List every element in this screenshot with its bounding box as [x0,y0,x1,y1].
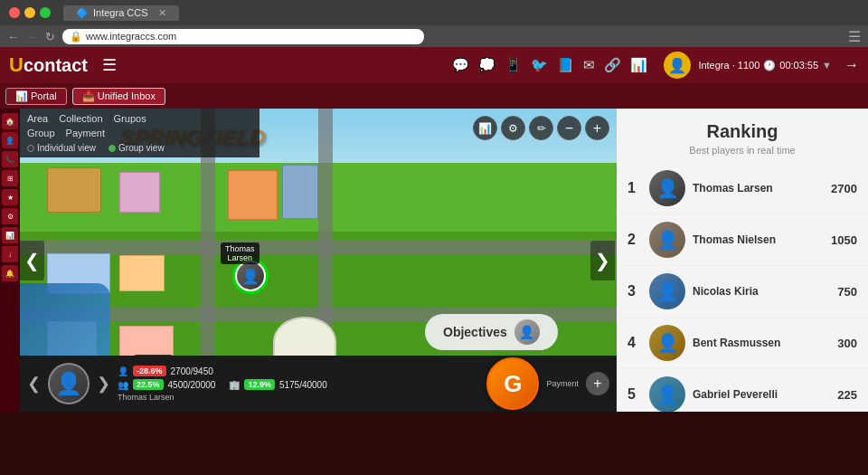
hamburger-btn[interactable]: ☰ [102,55,117,75]
twitter-icon[interactable]: 🐦 [531,57,548,73]
sidebar-home[interactable]: 🏠 [2,113,18,129]
rank-avatar-3: 👤 [649,273,685,309]
sidebar-settings[interactable]: ⚙ [2,208,18,224]
phone-icon[interactable]: 📱 [505,57,522,73]
objectives-btn[interactable]: Objectives 👤 [425,314,558,350]
tab-label: Integra CCS [93,7,148,18]
player-stats: 👤 -28.6% 2700/9450 👥 22.5% 4500/20000 🏢 … [118,366,479,402]
payment-text: Payment [546,379,579,388]
browser-chrome: 🔷 Integra CCS ✕ [0,0,868,25]
dropdown-icon[interactable]: ▼ [822,60,832,71]
rank-number-5: 5 [627,386,642,403]
building-3 [228,170,278,220]
rank-number-1: 1 [627,180,642,196]
map-tr-controls: 📊 ⚙ ✏ − + [473,116,609,140]
address-bar: ← → ↻ 🔒 www.integraccs.com ☰ [0,25,868,47]
map-plus-btn[interactable]: + [585,116,609,140]
building-4 [282,165,318,219]
rank-name-2: Thomas Nielsen [693,233,824,246]
ranking-row-5[interactable]: 5 👤 Gabriel Peverelli 225 [617,369,868,412]
ranking-row-3[interactable]: 3 👤 Nicolas Kiria 750 [617,266,868,318]
rank-score-4: 300 [837,337,857,350]
traffic-lights [9,7,51,18]
ranking-row-1[interactable]: 1 👤 Thomas Larsen 2700 [617,163,868,214]
sidebar-grid[interactable]: ⊞ [2,170,18,186]
maximize-dot[interactable] [40,7,51,18]
building-6 [119,255,165,291]
facebook-icon[interactable]: 📘 [557,57,574,73]
nav-left-arrow[interactable]: ❮ [20,241,44,280]
people-icon: 👥 [118,380,128,390]
ranking-header: Ranking Best players in real time [617,109,868,163]
player-avatar-thomas[interactable]: 👤 [235,261,266,291]
header-nav-icons: 💬 💭 📱 🐦 📘 ✉ 🔗 📊 [452,57,647,73]
payment-btn-ctrl[interactable]: Payment [66,128,105,138]
rank-number-3: 3 [627,283,642,299]
close-dot[interactable] [9,7,20,18]
user-label: Integra · 1100 [698,60,760,71]
url-field[interactable]: 🔒 www.integraccs.com [62,29,424,44]
stat2-value: 4500/20000 [168,380,216,390]
bubble-icon[interactable]: 💭 [478,57,495,73]
email-icon[interactable]: ✉ [583,57,595,73]
sidebar-star[interactable]: ★ [2,189,18,205]
ranking-title: Ranking [626,121,859,142]
rank-avatar-1: 👤 [649,170,685,206]
main-area: 🏠 👤 📞 ⊞ ★ ⚙ 📊 ↓ 🔔 SPRINGFIELD [0,109,868,412]
minimize-dot[interactable] [24,7,35,18]
back-btn[interactable]: ← [7,30,19,43]
nav-right-arrow[interactable]: ❯ [590,241,615,280]
user-avatar: 👤 [664,52,691,79]
browser-tab[interactable]: 🔷 Integra CCS ✕ [63,5,179,21]
payment-circle-btn[interactable]: G [486,357,539,410]
building-8 [119,326,174,356]
logout-icon[interactable]: → [844,57,859,73]
player-label-thomas: ThomasLarsen [221,242,259,264]
group-btn[interactable]: Group [27,128,55,138]
link-icon[interactable]: 🔗 [604,57,621,73]
individual-radio [27,145,34,152]
chart-icon[interactable]: 📊 [630,57,647,73]
sidebar-bell[interactable]: 🔔 [2,265,18,281]
sidebar-phone[interactable]: 📞 [2,151,18,167]
forward-btn[interactable]: → [26,30,38,43]
collection-btn[interactable]: Collection [59,113,102,124]
map-gear-btn[interactable]: ⚙ [501,116,525,140]
grupos-btn[interactable]: Grupos [114,113,146,124]
user-info: Integra · 1100 🕐 00:03:55 ▼ [698,60,832,71]
map-top-controls: Area Collection Grupos Group Payment Ind… [20,109,259,157]
chart-small-icon: 📊 [15,90,28,102]
rank-score-3: 750 [837,285,857,299]
portal-btn[interactable]: 📊 Portal [5,88,67,105]
player-name-bottom: Thomas Larsen [118,393,479,402]
tab-close[interactable]: ✕ [158,7,166,19]
unified-inbox-btn[interactable]: 📥 Unified Inbox [72,88,165,105]
next-player-btn[interactable]: ❯ [97,374,110,394]
sidebar-down[interactable]: ↓ [2,246,18,262]
stat-row-2: 👥 22.5% 4500/20000 🏢 12.9% 5175/40000 [118,379,479,390]
menu-icon[interactable]: ☰ [848,28,861,45]
map-edit-btn[interactable]: ✏ [529,116,553,140]
prev-player-btn[interactable]: ❮ [27,374,41,394]
ranking-row-4[interactable]: 4 👤 Bent Rasmussen 300 [617,318,868,369]
sidebar-chart[interactable]: 📊 [2,227,18,243]
rank-score-2: 1050 [831,233,857,247]
group-radio [108,145,116,152]
rank-avatar-2: 👤 [649,222,685,258]
individual-view-opt[interactable]: Individual view [27,143,96,153]
map-minus-btn[interactable]: − [557,116,581,140]
stat2-badge: 22.5% [133,379,164,390]
sidebar-user[interactable]: 👤 [2,132,18,148]
stat1-value: 2700/9450 [171,366,213,376]
chat-icon[interactable]: 💬 [452,57,469,73]
ranking-row-2[interactable]: 2 👤 Thomas Nielsen 1050 [617,214,868,266]
stat3-badge: 12.9% [244,379,275,390]
stat-row-1: 👤 -28.6% 2700/9450 [118,366,479,376]
area-btn[interactable]: Area [27,113,48,124]
add-item-btn[interactable]: + [586,372,609,395]
rank-score-1: 2700 [831,182,857,195]
control-row-2: Group Payment [27,128,252,138]
group-view-opt[interactable]: Group view [108,143,165,153]
refresh-btn[interactable]: ↻ [45,30,55,43]
map-chart-btn[interactable]: 📊 [473,116,497,140]
